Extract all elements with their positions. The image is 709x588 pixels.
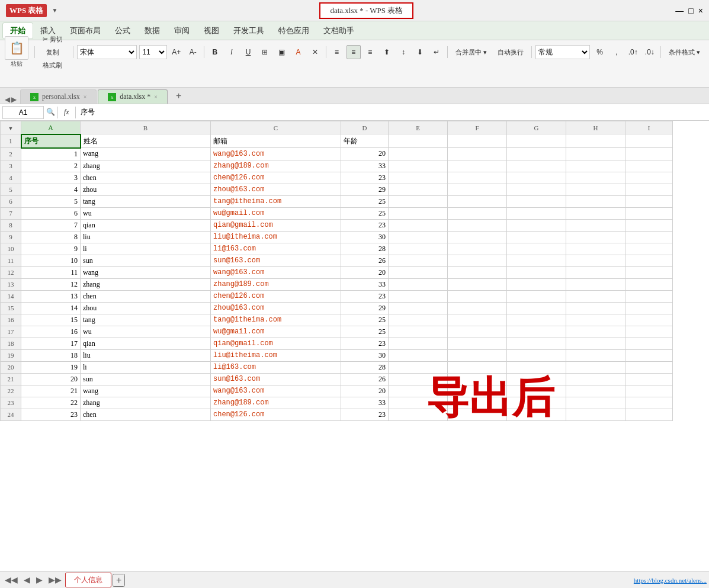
cell-d10[interactable]: 28 (341, 243, 389, 255)
cell-d17[interactable]: 25 (341, 326, 389, 338)
cell-f19[interactable] (448, 349, 507, 361)
cell-a12[interactable]: 11 (21, 266, 81, 278)
col-header-i[interactable]: I (625, 121, 673, 134)
cell-g5[interactable] (507, 184, 566, 195)
cell-d1[interactable]: 年龄 (341, 134, 389, 148)
sheet-nav-prev[interactable]: ◀ (21, 575, 33, 585)
cell-h17[interactable] (566, 326, 625, 338)
cell-h11[interactable] (566, 255, 625, 266)
thousand-sep-button[interactable]: , (609, 45, 624, 59)
cell-i20[interactable] (625, 361, 673, 373)
cell-i2[interactable] (625, 148, 673, 160)
cell-e16[interactable] (389, 314, 448, 326)
cell-d7[interactable]: 25 (341, 207, 389, 219)
cell-e8[interactable] (389, 219, 448, 231)
font-size-select[interactable]: 11 (139, 45, 166, 59)
tab-data[interactable]: x data.xlsx * × (98, 89, 168, 104)
cell-f6[interactable] (448, 195, 507, 207)
cell-b10[interactable]: li (81, 243, 211, 255)
cell-c2[interactable]: wang@163.com (211, 148, 341, 160)
formula-input[interactable] (78, 106, 707, 119)
cell-e19[interactable] (389, 349, 448, 361)
menu-item-review[interactable]: 审阅 (167, 23, 197, 38)
cell-c18[interactable]: qian@gmail.com (211, 338, 341, 349)
cell-e1[interactable] (389, 134, 448, 148)
cell-a10[interactable]: 9 (21, 243, 81, 255)
cell-e11[interactable] (389, 255, 448, 266)
cell-d20[interactable]: 28 (341, 361, 389, 373)
underline-button[interactable]: U (241, 45, 255, 59)
tab-personal[interactable]: x personal.xlsx × (20, 89, 97, 104)
cell-a19[interactable]: 18 (21, 349, 81, 361)
cell-b17[interactable]: wu (81, 326, 211, 338)
cell-i3[interactable] (625, 160, 673, 172)
cell-f15[interactable] (448, 302, 507, 314)
cell-f21[interactable] (448, 373, 507, 385)
wrap-text-button[interactable]: ↵ (429, 45, 444, 59)
cell-g3[interactable] (507, 160, 566, 172)
cell-b19[interactable]: liu (81, 349, 211, 361)
cell-d19[interactable]: 30 (341, 349, 389, 361)
cell-g4[interactable] (507, 172, 566, 184)
cell-g12[interactable] (507, 266, 566, 278)
col-header-e[interactable]: E (389, 121, 448, 134)
cell-c13[interactable]: zhang@189.com (211, 278, 341, 290)
cell-a22[interactable]: 21 (21, 385, 81, 397)
cell-f9[interactable] (448, 231, 507, 243)
cell-d21[interactable]: 26 (341, 373, 389, 385)
cell-i9[interactable] (625, 231, 673, 243)
cell-g17[interactable] (507, 326, 566, 338)
cell-b7[interactable]: wu (81, 207, 211, 219)
cell-e4[interactable] (389, 172, 448, 184)
cell-b24[interactable]: chen (81, 409, 211, 420)
merge-center-button[interactable]: 合并居中 ▾ (451, 46, 491, 59)
cell-e22[interactable] (389, 385, 448, 397)
cell-a23[interactable]: 22 (21, 397, 81, 409)
cell-c5[interactable]: zhou@163.com (211, 184, 341, 195)
formula-search-icon[interactable]: 🔍 (46, 108, 55, 117)
menu-item-view[interactable]: 视图 (197, 23, 226, 38)
cell-h21[interactable] (566, 373, 625, 385)
cell-i21[interactable] (625, 373, 673, 385)
cell-a24[interactable]: 23 (21, 409, 81, 420)
percent-button[interactable]: % (592, 45, 607, 59)
cell-b8[interactable]: qian (81, 219, 211, 231)
cell-d8[interactable]: 23 (341, 219, 389, 231)
cell-i11[interactable] (625, 255, 673, 266)
col-header-b[interactable]: B (81, 121, 211, 134)
cell-b15[interactable]: zhou (81, 302, 211, 314)
cell-e14[interactable] (389, 290, 448, 302)
cell-g11[interactable] (507, 255, 566, 266)
sheet-tab-personal-info[interactable]: 个人信息 (65, 573, 111, 587)
cell-f24[interactable] (448, 409, 507, 420)
cell-h2[interactable] (566, 148, 625, 160)
clear-format-button[interactable]: ✕ (307, 45, 322, 59)
title-dropdown-arrow[interactable]: ▼ (52, 7, 57, 14)
cell-i7[interactable] (625, 207, 673, 219)
cell-f4[interactable] (448, 172, 507, 184)
cell-d14[interactable]: 23 (341, 290, 389, 302)
cell-h20[interactable] (566, 361, 625, 373)
cell-c22[interactable]: wang@163.com (211, 385, 341, 397)
cell-h14[interactable] (566, 290, 625, 302)
auto-wrap-button[interactable]: 自动换行 (493, 46, 528, 59)
align-middle-button[interactable]: ↕ (396, 45, 410, 59)
cell-f10[interactable] (448, 243, 507, 255)
cell-e7[interactable] (389, 207, 448, 219)
cell-d22[interactable]: 20 (341, 385, 389, 397)
sheet-add-button[interactable]: + (113, 574, 125, 587)
cell-e10[interactable] (389, 243, 448, 255)
cell-g1[interactable] (507, 134, 566, 148)
cell-g15[interactable] (507, 302, 566, 314)
cell-i1[interactable] (625, 134, 673, 148)
format-painter-button[interactable]: 格式刷 (39, 59, 67, 72)
menu-item-dev-tools[interactable]: 开发工具 (226, 23, 271, 38)
col-header-g[interactable]: G (507, 121, 566, 134)
cell-g13[interactable] (507, 278, 566, 290)
font-size-increase-button[interactable]: A+ (169, 45, 184, 59)
cell-b16[interactable]: tang (81, 314, 211, 326)
cell-c1[interactable]: 邮箱 (211, 134, 341, 148)
cell-c19[interactable]: liu@itheima.com (211, 349, 341, 361)
conditional-format-button[interactable]: 条件格式 ▾ (665, 46, 704, 59)
cell-d16[interactable]: 25 (341, 314, 389, 326)
